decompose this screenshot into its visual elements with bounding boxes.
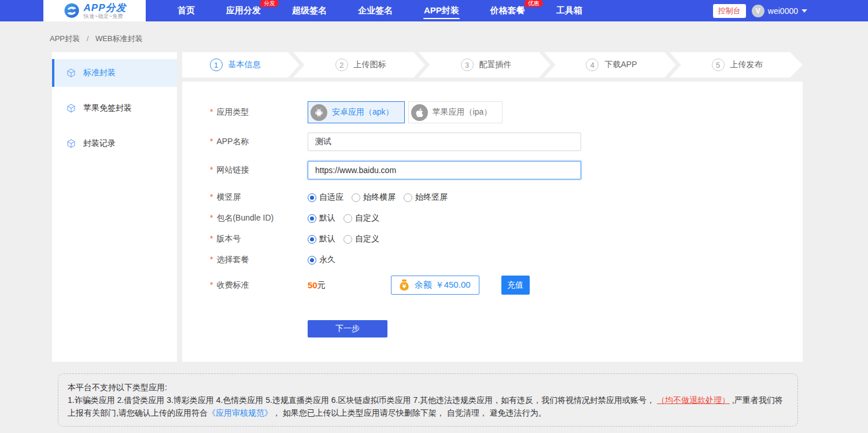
sidebar-item-label: 标准封装 (83, 68, 116, 78)
sidebar-item-apple-signfree-packaging[interactable]: 苹果免签封装 (52, 94, 177, 122)
top-navbar: APP分发 快速~稳定~免费 首页 应用分发 分发 超级签名 企业签名 APP封… (0, 0, 868, 21)
wizard-chevron-divider (664, 52, 684, 78)
disclaimer-title: 本平台不支持以下类型应用: (68, 381, 788, 394)
radio-icon (308, 256, 316, 265)
cube-icon (66, 68, 76, 78)
no-refund-note: （均不做退款处理） (657, 395, 730, 405)
user-menu[interactable]: V wei0000 (752, 5, 807, 17)
required-mark: * (210, 107, 213, 116)
disclaimer-box: 本平台不支持以下类型应用: 1.诈骗类应用 2.借贷类应用 3.博彩类应用 4.… (58, 373, 798, 427)
orientation-radio-landscape[interactable]: 始终横屏 (352, 192, 396, 203)
nav-item-home[interactable]: 首页 (162, 0, 210, 21)
field-label: *横竖屏 (210, 192, 308, 203)
breadcrumb-web-standard[interactable]: WEB标准封装 (95, 34, 143, 43)
main-nav: 首页 应用分发 分发 超级签名 企业签名 APP封装 价格套餐 优惠 工具箱 (162, 0, 598, 21)
breadcrumb-separator: / (87, 34, 89, 43)
orientation-radio-portrait[interactable]: 始终竖屏 (404, 192, 448, 203)
radio-label: 始终竖屏 (415, 192, 448, 203)
wizard-step-basic-info: 1 基本信息 (182, 52, 288, 78)
nav-item-toolbox[interactable]: 工具箱 (541, 0, 598, 21)
sidebar-item-label: 苹果免签封装 (83, 103, 132, 113)
field-label: *收费标准 (210, 280, 308, 291)
radio-label: 始终横屏 (363, 192, 396, 203)
version-radio-custom[interactable]: 自定义 (343, 234, 379, 244)
app-type-label: 安卓应用（apk） (332, 107, 394, 118)
website-url-input[interactable] (308, 161, 581, 179)
balance-label: 余额 (415, 280, 432, 291)
wizard-chevron-divider (413, 52, 433, 78)
basic-info-form: *应用类型 安卓应用（apk） (182, 82, 803, 362)
wizard-chevron-divider (288, 52, 308, 78)
navbar-right: 控制台 V wei0000 (713, 4, 807, 18)
logo-title: APP分发 (84, 3, 127, 13)
required-mark: * (210, 213, 213, 222)
required-mark: * (210, 192, 213, 201)
wizard-step-download-app: 4 下载APP (559, 52, 664, 78)
app-type-ios-button[interactable]: 苹果应用（ipa） (408, 101, 503, 123)
step-label: 下载APP (604, 60, 637, 70)
radio-icon (308, 193, 316, 202)
sidebar-item-standard-packaging[interactable]: 标准封装 (52, 59, 177, 87)
radio-icon (308, 214, 316, 223)
apple-icon (411, 104, 428, 121)
wizard-arrow-tip (790, 52, 803, 78)
bundle-id-radio-custom[interactable]: 自定义 (343, 213, 379, 223)
logo-subtitle: 快速~稳定~免费 (84, 14, 127, 19)
svg-text:¥: ¥ (402, 282, 406, 289)
radio-icon (343, 235, 352, 244)
disclaimer-body: 1.诈骗类应用 2.借贷类应用 3.博彩类应用 4.色情类应用 5.违规直播类应… (68, 394, 788, 419)
required-mark: * (210, 234, 213, 243)
logo-swirl-icon (63, 2, 80, 20)
required-mark: * (210, 165, 213, 174)
app-name-input[interactable] (308, 133, 581, 151)
radio-label: 自定义 (355, 234, 379, 244)
nav-item-super-signature[interactable]: 超级签名 (276, 0, 342, 21)
nav-item-enterprise-signature[interactable]: 企业签名 (342, 0, 408, 21)
field-label-text: 收费标准 (216, 280, 249, 289)
package-radio-permanent[interactable]: 永久 (308, 255, 335, 265)
console-button[interactable]: 控制台 (713, 4, 746, 18)
breadcrumb-app-packaging[interactable]: APP封装 (50, 34, 80, 43)
nav-item-app-packaging[interactable]: APP封装 (408, 0, 475, 21)
radio-icon (343, 214, 352, 223)
bundle-id-radio-default[interactable]: 默认 (308, 213, 335, 223)
field-label-text: 横竖屏 (216, 192, 241, 201)
radio-label: 永久 (319, 255, 335, 265)
website-url-row: *网站链接 (210, 161, 780, 179)
step-wizard: 1 基本信息 2 上传图标 3 配置插件 4 下载APP 5 上传发布 (182, 52, 803, 78)
radio-label: 自定义 (355, 213, 379, 223)
review-rules-link[interactable]: 《应用审核规范》 (208, 408, 272, 417)
sidebar-item-label: 封装记录 (83, 138, 116, 149)
required-mark: * (210, 137, 213, 146)
package-row: *选择套餐 永久 (210, 255, 780, 265)
recharge-button[interactable]: 充值 (501, 276, 530, 295)
required-mark: * (210, 280, 213, 289)
nav-item-label: APP封装 (424, 5, 459, 16)
app-logo[interactable]: APP分发 快速~稳定~免费 (43, 0, 146, 21)
android-icon (311, 104, 327, 121)
moneybag-icon: ¥ (397, 278, 411, 292)
bundle-id-row: *包名(Bundle ID) 默认 自定义 (210, 213, 780, 223)
orientation-radio-adaptive[interactable]: 自适应 (308, 192, 343, 203)
wizard-step-upload-publish: 5 上传发布 (684, 52, 790, 78)
nav-item-label: 应用分发 (226, 5, 261, 16)
radio-label: 默认 (319, 213, 335, 223)
nav-item-label: 超级签名 (292, 5, 327, 16)
price-row: *收费标准 50 元 ¥ 余额 ￥450.00 充值 (210, 276, 780, 295)
app-name-row: *APP名称 (210, 133, 780, 151)
field-label-text: 选择套餐 (216, 255, 249, 264)
next-step-button[interactable]: 下一步 (308, 320, 387, 337)
avatar: V (752, 5, 764, 17)
step-number: 3 (461, 58, 474, 71)
sidebar: 标准封装 苹果免签封装 封装记录 (52, 52, 177, 362)
username: wei0000 (768, 6, 798, 16)
field-label-text: 网站链接 (216, 165, 249, 174)
content-area: 标准封装 苹果免签封装 封装记录 1 基本信息 2 上传图标 (0, 52, 868, 362)
radio-label: 自适应 (319, 192, 343, 203)
sidebar-item-packaging-records[interactable]: 封装记录 (52, 130, 177, 157)
version-radio-default[interactable]: 默认 (308, 234, 335, 244)
nav-item-app-distribution[interactable]: 应用分发 分发 (210, 0, 276, 21)
app-type-android-button[interactable]: 安卓应用（apk） (308, 101, 405, 123)
disclaimer-text: ， 如果您已上传以上类型应用请尽快删除下架， 自觉清理， 避免违法行为。 (272, 408, 546, 417)
nav-item-pricing[interactable]: 价格套餐 优惠 (475, 0, 541, 21)
